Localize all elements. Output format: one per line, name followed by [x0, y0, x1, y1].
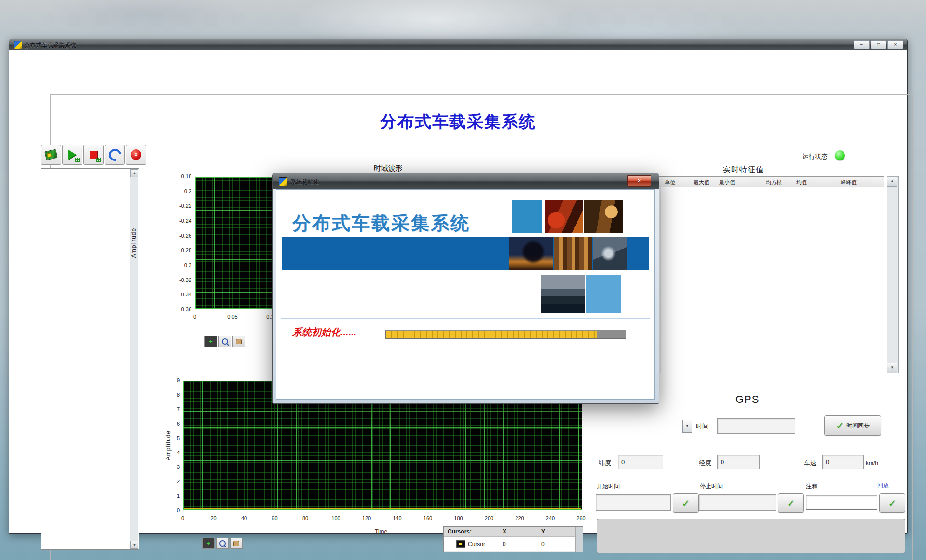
refresh-icon — [107, 147, 123, 163]
stop-time-label: 停止时间 — [700, 482, 723, 491]
note-label: 注释 — [806, 482, 817, 491]
chart2-x-axis-name: Time — [375, 528, 387, 535]
photo-artillery — [584, 200, 623, 233]
app-icon — [14, 41, 22, 49]
axis-tick-label: 220 — [515, 515, 524, 521]
axis-tick-label: 80 — [302, 515, 308, 521]
check-icon: ✓ — [787, 497, 795, 509]
zoom-tool-icon[interactable] — [218, 336, 231, 347]
axis-tick-label: -0.22 — [179, 203, 191, 209]
axis-tick-label: 160 — [423, 515, 432, 521]
longitude-field[interactable]: 0 — [717, 455, 760, 469]
stop-time-field[interactable] — [699, 494, 776, 511]
axis-tick-label: 0 — [177, 508, 180, 513]
column-header: 峰峰值 — [841, 179, 857, 186]
cursors-header: Cursors: — [448, 528, 472, 535]
cursors-y-header: Y — [541, 528, 545, 535]
cursor-legend-panel: Cursors: X Y Cursor 0 0 — [443, 526, 583, 552]
chart1-y-ticks: -0.18-0.2-0.22-0.24-0.26-0.28-0.3-0.32-0… — [164, 174, 191, 312]
stop-confirm-button[interactable]: ✓ — [778, 493, 804, 513]
message-panel — [597, 519, 905, 553]
axis-tick-label: 100 — [331, 515, 340, 521]
axis-tick-label: -0.18 — [179, 174, 191, 179]
pan-tool-icon[interactable] — [232, 336, 245, 347]
device-config-button[interactable] — [41, 145, 61, 165]
latitude-field[interactable]: 0 — [618, 455, 663, 469]
blue-square-tile — [512, 200, 542, 233]
axis-tick-label: 180 — [454, 515, 463, 521]
splash-close-button[interactable]: × — [627, 175, 651, 187]
speed-field[interactable]: 0 — [822, 455, 864, 469]
axis-tick-label: 60 — [272, 515, 277, 521]
chart2-graph-palette: + — [202, 538, 243, 549]
gps-time-field[interactable] — [717, 418, 795, 434]
toolbar: × — [41, 145, 146, 165]
axis-tick-label: -0.28 — [179, 248, 191, 253]
gps-section-title: GPS — [735, 393, 759, 406]
scroll-down-icon[interactable]: ▼ — [887, 363, 897, 373]
main-window-titlebar[interactable]: 分布式车载采集系统 − □ × — [9, 39, 907, 50]
cursor-tool-icon[interactable]: + — [204, 336, 217, 347]
mini-grid-icon — [96, 158, 101, 162]
axis-tick-label: 20 — [210, 515, 216, 521]
axis-tick-label: 5 — [177, 436, 180, 441]
pan-tool-icon[interactable] — [230, 538, 243, 549]
cursor-y-value: 0 — [541, 541, 545, 547]
axis-tick-label: 0.05 — [227, 314, 237, 320]
scroll-down-icon[interactable]: ▼ — [130, 541, 138, 549]
minimize-button[interactable]: − — [854, 40, 870, 49]
axis-tick-label: 4 — [177, 450, 180, 455]
splash-titlebar[interactable]: 系统初始化 × — [273, 173, 659, 189]
axis-tick-label: 0 — [181, 515, 184, 521]
chart1-title: 时域波形 — [374, 164, 403, 173]
replay-label: 回放 — [877, 481, 889, 490]
note-confirm-button[interactable]: ✓ — [879, 493, 905, 513]
cursor-tool-icon[interactable]: + — [202, 538, 215, 549]
axis-tick-label: 40 — [241, 515, 247, 521]
time-sync-label: 时间同步 — [846, 422, 870, 430]
check-icon: ✓ — [836, 420, 844, 431]
latitude-label: 纬度 — [599, 459, 611, 467]
stop-acquisition-button[interactable] — [83, 145, 104, 165]
reset-button[interactable] — [105, 145, 125, 165]
gps-format-combobox[interactable]: ▼ — [682, 420, 692, 433]
photo-aircraft — [593, 237, 627, 270]
lightblue-square-tile — [586, 275, 621, 313]
splash-content: 分布式车载采集系统 系统初始化...... — [276, 189, 655, 400]
axis-tick-label: 2 — [177, 479, 180, 484]
feature-table-scrollbar[interactable]: ▲ ▼ — [887, 176, 899, 373]
restore-button[interactable]: □ — [871, 40, 886, 49]
scroll-up-icon[interactable]: ▲ — [887, 177, 897, 187]
axis-tick-label: 0 — [193, 314, 196, 320]
divider — [281, 318, 650, 319]
app-icon — [279, 177, 287, 186]
check-icon: ✓ — [682, 497, 690, 509]
init-progress-bar — [385, 330, 626, 339]
time-sync-button[interactable]: ✓ 时间同步 — [824, 415, 881, 436]
cursor-row[interactable]: Cursor 0 0 — [444, 537, 576, 551]
cursor-panel-scrollbar[interactable] — [575, 527, 583, 552]
axis-tick-label: -0.3 — [182, 263, 191, 268]
close-button[interactable]: × — [887, 40, 903, 49]
zoom-tool-icon[interactable] — [216, 538, 229, 549]
axis-tick-label: 9 — [177, 378, 180, 383]
axis-tick-label: 1 — [177, 493, 180, 499]
axis-tick-label: 140 — [393, 515, 401, 521]
scroll-up-icon[interactable]: ▲ — [130, 169, 138, 177]
axis-tick-label: -0.26 — [179, 233, 191, 239]
axis-tick-label: 260 — [576, 515, 585, 521]
progress-fill — [386, 331, 597, 338]
start-time-field[interactable] — [596, 494, 671, 511]
start-acquisition-button[interactable] — [62, 145, 82, 165]
axis-tick-label: -0.32 — [179, 278, 191, 283]
start-confirm-button[interactable]: ✓ — [673, 493, 699, 513]
axis-tick-label: -0.2 — [182, 189, 191, 194]
speed-unit-label: km/h — [866, 460, 878, 467]
column-header: 最大值 — [694, 179, 709, 186]
exit-icon: × — [131, 149, 141, 160]
run-status-label: 运行状态 — [803, 152, 828, 161]
exit-button[interactable]: × — [126, 145, 146, 165]
note-field[interactable] — [806, 495, 877, 510]
axis-tick-label: 120 — [362, 515, 371, 521]
feature-table-title: 实时特征值 — [723, 165, 764, 175]
